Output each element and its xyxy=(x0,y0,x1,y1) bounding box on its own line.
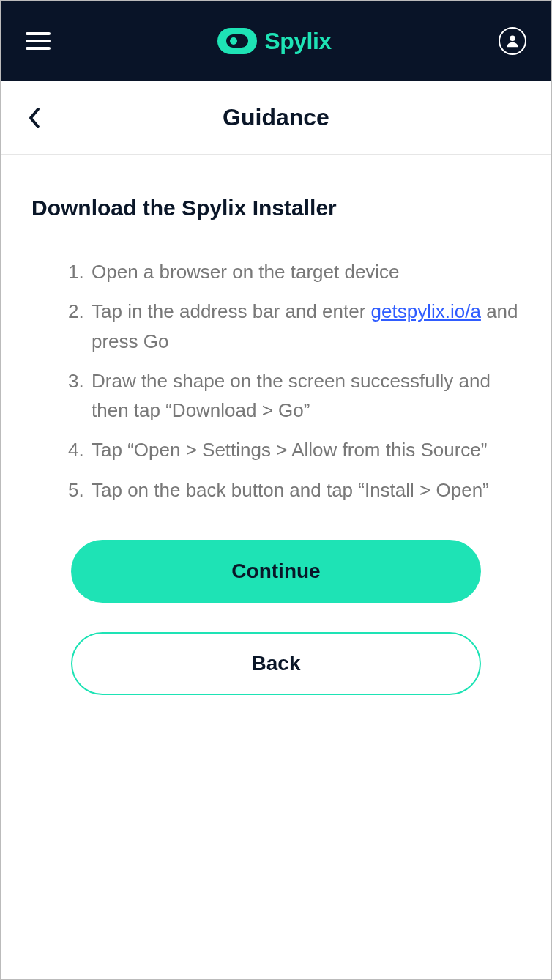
list-item: Open a browser on the target device xyxy=(68,257,521,286)
brand-name: Spylix xyxy=(264,28,331,55)
list-item: Tap in the address bar and enter getspyl… xyxy=(68,297,521,356)
svg-point-0 xyxy=(510,35,515,41)
continue-button[interactable]: Continue xyxy=(71,540,481,603)
list-item: Tap on the back button and tap “Install … xyxy=(68,475,521,505)
step-text: Draw the shape on the screen successfull… xyxy=(92,370,491,421)
step-text-prefix: Tap in the address bar and enter xyxy=(92,300,371,322)
profile-icon[interactable] xyxy=(499,27,526,55)
back-button[interactable]: Back xyxy=(71,632,481,695)
step-text: Open a browser on the target device xyxy=(92,261,400,283)
step-text: Tap “Open > Settings > Allow from this S… xyxy=(92,439,487,461)
list-item: Tap “Open > Settings > Allow from this S… xyxy=(68,435,521,464)
content-area: Download the Spylix Installer Open a bro… xyxy=(1,155,551,979)
menu-icon[interactable] xyxy=(26,32,51,50)
brand-logo-icon xyxy=(217,28,257,54)
title-bar: Guidance xyxy=(1,81,551,155)
install-url-link[interactable]: getspylix.io/a xyxy=(371,300,481,322)
list-item: Draw the shape on the screen successfull… xyxy=(68,366,521,426)
button-group: Continue Back xyxy=(31,540,521,695)
top-bar: Spylix xyxy=(1,1,551,81)
step-text: Tap on the back button and tap “Install … xyxy=(92,479,489,501)
section-heading: Download the Spylix Installer xyxy=(31,196,521,220)
brand-logo[interactable]: Spylix xyxy=(217,28,331,55)
back-arrow-icon[interactable] xyxy=(26,105,43,130)
steps-list: Open a browser on the target device Tap … xyxy=(31,257,521,505)
page-title: Guidance xyxy=(1,104,551,131)
